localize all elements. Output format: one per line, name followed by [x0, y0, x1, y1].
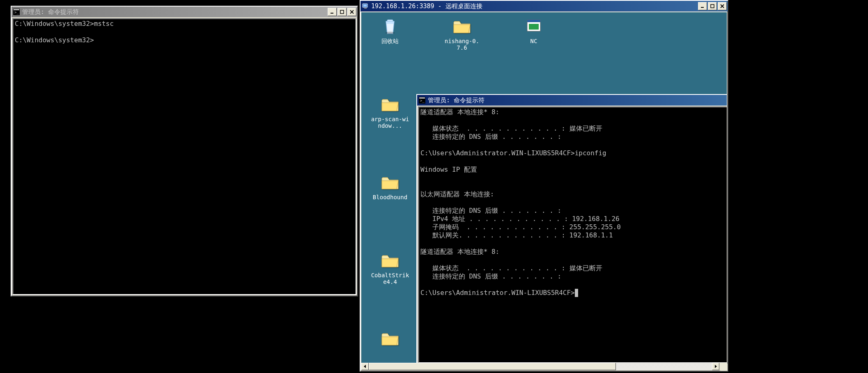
cmd-icon: >_ [13, 9, 20, 15]
svg-text:>_: >_ [14, 10, 19, 14]
maximize-button[interactable] [338, 8, 347, 16]
desktop-icon-label: CobaltStrike4.4 [370, 272, 411, 285]
recycle-bin-icon [380, 16, 400, 36]
minimize-button[interactable] [328, 8, 337, 16]
folder-icon [452, 16, 472, 36]
desktop-icon-label: Bloodhound [370, 194, 411, 200]
remote-cmd-title: 管理员: 命令提示符 [428, 97, 485, 104]
close-button[interactable] [347, 8, 356, 16]
svg-marker-21 [364, 365, 366, 368]
minimize-button[interactable] [698, 2, 707, 10]
local-cmd-window: >_ 管理员: 命令提示符 C:\Windows\system32>mstsc … [11, 6, 358, 297]
desktop-icon-recycle-bin[interactable]: 回收站 [370, 16, 411, 44]
local-cmd-output: C:\Windows\system32>mstsc C:\Windows\sys… [13, 19, 356, 45]
folder-icon [380, 94, 400, 114]
rdp-horizontal-scrollbar[interactable] [361, 363, 719, 370]
local-cmd-client[interactable]: C:\Windows\system32>mstsc C:\Windows\sys… [12, 18, 356, 295]
svg-point-14 [386, 32, 395, 34]
rdp-window: 192.168.1.26:3389 - 远程桌面连接 回收站 nishang-0… [360, 0, 728, 372]
cmd-icon: >_ [419, 97, 425, 104]
rdp-icon [362, 3, 369, 9]
desktop-icon-label: NC [513, 38, 554, 44]
remote-desktop[interactable]: 回收站 nishang-0.7.6 NC arp-scan-window. [361, 12, 727, 363]
svg-rect-4 [340, 10, 344, 14]
desktop-icon-label: 回收站 [370, 38, 411, 44]
rdp-title: 192.168.1.26:3389 - 远程桌面连接 [371, 2, 482, 10]
scroll-right-button[interactable] [712, 363, 719, 370]
folder-icon [380, 251, 400, 270]
app-icon [524, 16, 544, 36]
svg-rect-9 [364, 8, 367, 9]
rdp-titlebar[interactable]: 192.168.1.26:3389 - 远程桌面连接 [361, 1, 728, 12]
scroll-thumb[interactable] [369, 363, 616, 370]
resize-grip[interactable] [720, 364, 728, 371]
desktop-icon-label: nishang-0.7.6 [441, 38, 482, 51]
desktop-icon-bloodhound[interactable]: Bloodhound [370, 173, 411, 200]
remote-cmd-titlebar[interactable]: >_ 管理员: 命令提示符 [417, 95, 727, 106]
svg-rect-11 [711, 5, 714, 8]
folder-icon [380, 173, 400, 192]
svg-rect-10 [701, 7, 704, 8]
remote-cmd-window: >_ 管理员: 命令提示符 隧道适配器 本地连接* 8: 媒体状态 . . . … [416, 94, 727, 363]
remote-cmd-output: 隧道适配器 本地连接* 8: 媒体状态 . . . . . . . . . . … [419, 107, 727, 298]
svg-rect-16 [527, 20, 540, 22]
desktop-icon-label: arp-scan-window... [370, 116, 411, 129]
scroll-left-button[interactable] [361, 363, 369, 370]
desktop-icon-cobaltstrike[interactable]: CobaltStrike4.4 [370, 251, 411, 285]
svg-rect-3 [331, 13, 333, 14]
svg-marker-22 [715, 365, 717, 368]
svg-rect-8 [363, 5, 367, 7]
close-button[interactable] [718, 2, 727, 10]
desktop-icon-arpscan[interactable]: arp-scan-window... [370, 94, 411, 129]
local-cmd-titlebar[interactable]: >_ 管理员: 命令提示符 [11, 7, 357, 17]
desktop-icon-nc[interactable]: NC [513, 16, 554, 44]
svg-text:>_: >_ [420, 99, 425, 103]
svg-rect-17 [529, 24, 539, 30]
folder-icon [380, 329, 400, 348]
scroll-track[interactable] [369, 363, 712, 370]
desktop-icon-nishang[interactable]: nishang-0.7.6 [441, 16, 482, 51]
local-cmd-title: 管理员: 命令提示符 [22, 8, 79, 16]
remote-cmd-client[interactable]: 隧道适配器 本地连接* 8: 媒体状态 . . . . . . . . . . … [418, 106, 727, 363]
maximize-button[interactable] [708, 2, 717, 10]
desktop-icon-extra[interactable] [370, 329, 411, 350]
